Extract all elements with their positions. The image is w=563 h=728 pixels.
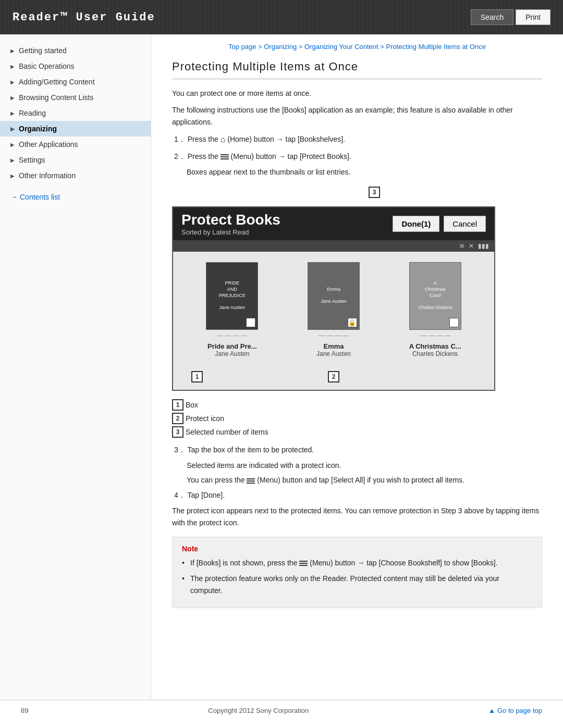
chevron-right-icon: ▶ bbox=[10, 173, 15, 179]
sidebar-item-getting-started[interactable]: ▶ Getting started bbox=[0, 43, 151, 58]
breadcrumb-sep3: > bbox=[380, 43, 386, 51]
page-number: 89 bbox=[21, 707, 28, 714]
legend-item-2: 2 Protect icon bbox=[172, 413, 542, 424]
device-image-wrapper: 3 Protect Books Sorted by Latest Read Do… bbox=[172, 187, 506, 391]
book-cover-3: AChristmasCarolCharles Dickens bbox=[409, 262, 461, 330]
book-title-1: Pride and Pre... bbox=[207, 342, 257, 350]
intro-line2: The following instructions use the [Book… bbox=[172, 104, 542, 128]
device-done-button[interactable]: Done(1) bbox=[393, 216, 439, 232]
sidebar-item-other-applications[interactable]: ▶ Other Applications bbox=[0, 137, 151, 152]
book-cover-wrapper-2: EmmaJane Austen 🔒 bbox=[308, 262, 360, 330]
step-3-number: 3． bbox=[174, 446, 186, 454]
breadcrumb-sep2: > bbox=[299, 43, 304, 51]
book-author-2: Jane Austen bbox=[316, 350, 351, 357]
chevron-right-icon: ▶ bbox=[10, 95, 15, 101]
badge-spacer bbox=[225, 371, 308, 382]
book-cover-text-1: PRIDEANDPREJUDICEJane Austen bbox=[215, 276, 250, 315]
battery-icon: ▮▮▮ bbox=[478, 242, 489, 250]
chevron-right-icon: ▶ bbox=[10, 110, 15, 116]
copyright: Copyright 2012 Sony Corporation bbox=[208, 707, 309, 714]
sidebar-item-label: Browsing Content Lists bbox=[19, 93, 93, 102]
print-button[interactable]: Print bbox=[516, 9, 550, 25]
breadcrumb-current[interactable]: Protecting Multiple Items at Once bbox=[386, 43, 486, 51]
sidebar-item-other-information[interactable]: ▶ Other Information bbox=[0, 168, 151, 183]
chevron-right-icon: ▶ bbox=[10, 48, 15, 54]
sidebar-item-organizing[interactable]: ▶ Organizing bbox=[0, 121, 151, 137]
sidebar-item-label: Getting started bbox=[19, 46, 67, 55]
step-3: 3． Tap the box of the item to be protect… bbox=[172, 444, 542, 455]
breadcrumb-organizing[interactable]: Organizing bbox=[264, 43, 297, 51]
sidebar-item-label: Basic Operations bbox=[19, 62, 75, 70]
step-2-sub: Boxes appear next to the thumbnails or l… bbox=[172, 166, 542, 178]
book-item-2: EmmaJane Austen 🔒 — — — — Emma Jane Aust… bbox=[292, 262, 375, 357]
sidebar: ▶ Getting started ▶ Basic Operations ▶ A… bbox=[0, 34, 151, 700]
sidebar-item-label: Settings bbox=[19, 156, 45, 164]
legend-label-1: Box bbox=[186, 401, 198, 409]
badge-row: 1 2 bbox=[173, 368, 494, 390]
chevron-right-icon: ▶ bbox=[10, 64, 15, 69]
device-btn-area: Done(1) Cancel bbox=[393, 216, 486, 232]
badge-2: 2 bbox=[328, 371, 339, 382]
device-cancel-button[interactable]: Cancel bbox=[444, 216, 486, 232]
app-title: Reader™ User Guide bbox=[13, 11, 155, 24]
header-buttons: Search Print bbox=[471, 9, 550, 25]
sidebar-item-label: Reading bbox=[19, 109, 46, 117]
book-meta-2: — — — — bbox=[319, 332, 349, 339]
chevron-right-icon: ▶ bbox=[10, 126, 15, 132]
menu-icon-3 bbox=[299, 560, 308, 567]
device-status-bar: ≋ ✕ ▮▮▮ bbox=[173, 240, 494, 252]
sidebar-item-browsing[interactable]: ▶ Browsing Content Lists bbox=[0, 90, 151, 105]
sidebar-item-label: Adding/Getting Content bbox=[19, 78, 95, 86]
book-cover-2: EmmaJane Austen 🔒 bbox=[308, 262, 360, 330]
breadcrumb-your-content[interactable]: Organizing Your Content bbox=[304, 43, 378, 51]
book-title-3: A Christmas C... bbox=[409, 342, 461, 350]
menu-icon-2 bbox=[247, 477, 255, 485]
book-item-1: PRIDEANDPREJUDICEJane Austen — — — — Pri… bbox=[190, 262, 274, 357]
book-author-1: Jane Austen bbox=[215, 350, 249, 357]
sidebar-item-basic-operations[interactable]: ▶ Basic Operations bbox=[0, 58, 151, 74]
sidebar-item-label: Other Applications bbox=[19, 140, 78, 149]
legend-badge-2: 2 bbox=[172, 413, 183, 424]
step-3-sub2: You can press the (Menu) button and tap … bbox=[172, 474, 542, 486]
go-top-label: Go to page top bbox=[497, 707, 542, 714]
step-2: 2． Press the (Menu) button → tap [Protec… bbox=[172, 151, 542, 162]
sidebar-item-settings[interactable]: ▶ Settings bbox=[0, 152, 151, 168]
books-display-area: PRIDEANDPREJUDICEJane Austen — — — — Pri… bbox=[173, 252, 494, 368]
sidebar-item-adding-content[interactable]: ▶ Adding/Getting Content bbox=[0, 74, 151, 90]
breadcrumb-sep: > bbox=[258, 43, 264, 51]
sidebar-item-reading[interactable]: ▶ Reading bbox=[0, 105, 151, 121]
note-item-2: The protection feature works only on the… bbox=[182, 573, 532, 596]
sidebar-item-label: Organizing bbox=[19, 125, 57, 133]
book-cover-text-2: EmmaJane Austen bbox=[316, 282, 351, 309]
intro-line1: You can protect one or more items at onc… bbox=[172, 88, 542, 99]
go-to-top-link[interactable]: ▲ Go to page top bbox=[488, 707, 542, 714]
breadcrumb-top[interactable]: Top page bbox=[228, 43, 256, 51]
page-title: Protecting Multiple Items at Once bbox=[172, 60, 542, 79]
book-cover-text-3: AChristmasCarolCharles Dickens bbox=[414, 276, 457, 315]
note-item-1: If [Books] is not shown, press the (Menu… bbox=[182, 557, 532, 569]
arrow-right-icon: → bbox=[10, 193, 18, 201]
device-subtitle: Sorted by Latest Read bbox=[181, 228, 280, 236]
book-cover-wrapper-1: PRIDEANDPREJUDICEJane Austen bbox=[206, 262, 258, 330]
search-button[interactable]: Search bbox=[471, 9, 513, 25]
badge-1: 1 bbox=[191, 371, 203, 382]
step-4-sub: The protect icon appears next to the pro… bbox=[172, 505, 542, 528]
legend-label-3: Selected number of items bbox=[186, 428, 268, 436]
legend-item-1: 1 Box bbox=[172, 399, 542, 411]
close-icon: ✕ bbox=[469, 242, 474, 250]
book-cover-1: PRIDEANDPREJUDICEJane Austen bbox=[206, 262, 258, 330]
triangle-up-icon: ▲ bbox=[488, 707, 495, 714]
book-checkbox-3[interactable] bbox=[449, 318, 459, 327]
book-meta-3: — — — — bbox=[420, 332, 450, 339]
badge-3-container: 3 bbox=[172, 187, 506, 198]
book-meta-1: — — — — bbox=[217, 332, 247, 339]
wifi-icon: ≋ bbox=[459, 242, 464, 250]
main-layout: ▶ Getting started ▶ Basic Operations ▶ A… bbox=[0, 34, 563, 700]
book-checkbox-1[interactable] bbox=[246, 318, 255, 327]
step-4-number: 4． bbox=[174, 491, 186, 499]
legend-badge-1: 1 bbox=[172, 399, 183, 411]
page-header: Reader™ User Guide Search Print bbox=[0, 0, 563, 34]
contents-list-link[interactable]: → Contents list bbox=[0, 188, 151, 206]
badge-3: 3 bbox=[369, 187, 380, 198]
legend-label-2: Protect icon bbox=[186, 414, 224, 423]
